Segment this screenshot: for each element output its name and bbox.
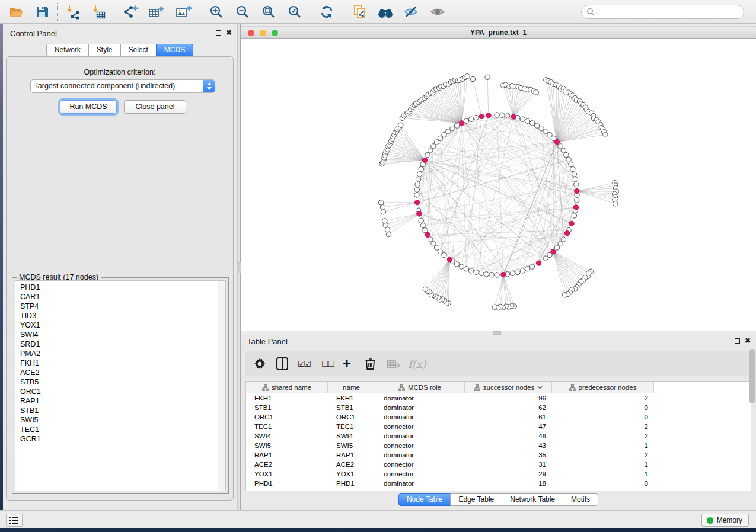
network-node[interactable] xyxy=(495,113,499,117)
mcds-result-item[interactable]: ACE2 xyxy=(15,368,225,377)
column-header-MCDS-role[interactable]: MCDS role xyxy=(375,382,465,393)
network-node[interactable] xyxy=(398,123,403,127)
add-column-icon[interactable]: + xyxy=(343,351,351,376)
table-settings-icon[interactable] xyxy=(254,351,266,376)
network-node[interactable] xyxy=(525,118,529,123)
network-node[interactable] xyxy=(561,237,566,242)
network-node[interactable] xyxy=(454,262,459,267)
network-node[interactable] xyxy=(515,270,520,274)
mcds-result-item[interactable]: STP4 xyxy=(15,302,225,311)
network-node[interactable] xyxy=(454,123,459,128)
network-node[interactable] xyxy=(420,223,425,227)
mcds-result-item[interactable]: SWI4 xyxy=(15,330,225,339)
network-hub-node[interactable] xyxy=(551,249,556,254)
network-node[interactable] xyxy=(520,117,525,121)
network-node[interactable] xyxy=(570,166,575,171)
table-tab-network-table[interactable]: Network Table xyxy=(502,493,563,506)
network-hub-node[interactable] xyxy=(573,205,578,210)
network-graph[interactable] xyxy=(241,39,756,331)
network-hub-node[interactable] xyxy=(501,272,506,277)
network-node[interactable] xyxy=(423,228,428,233)
show-all-icon[interactable] xyxy=(426,2,449,22)
open-icon[interactable] xyxy=(5,2,27,22)
network-node[interactable] xyxy=(474,115,479,120)
table-row[interactable]: FKH1FKH1dominator962 xyxy=(246,393,751,403)
network-node[interactable] xyxy=(534,123,539,128)
column-header-successor-nodes[interactable]: successor nodes xyxy=(465,382,552,393)
mcds-result-item[interactable]: SWI5 xyxy=(15,415,225,425)
network-node[interactable] xyxy=(543,129,548,134)
select-all-rows-icon[interactable]: ☑☑ xyxy=(298,351,310,376)
float-panel-icon[interactable] xyxy=(733,336,741,345)
network-node[interactable] xyxy=(525,267,529,271)
column-header-name[interactable]: name xyxy=(328,382,375,393)
network-node[interactable] xyxy=(468,268,473,273)
tab-network[interactable]: Network xyxy=(46,44,89,56)
table-tab-edge-table[interactable]: Edge Table xyxy=(450,493,502,506)
network-node[interactable] xyxy=(543,256,548,261)
table-row[interactable]: ORC1ORC1dominator610 xyxy=(246,412,751,422)
network-window-titlebar[interactable]: YPA_prune.txt_1 xyxy=(241,26,756,39)
network-node[interactable] xyxy=(603,132,608,137)
table-scrollbar[interactable] xyxy=(749,349,755,403)
export-table-icon[interactable] xyxy=(145,2,168,22)
network-canvas[interactable] xyxy=(241,39,756,331)
table-row[interactable]: ACE2ACE2connector311 xyxy=(246,460,751,469)
network-node[interactable] xyxy=(554,245,559,250)
mcds-result-item[interactable]: ORC1 xyxy=(15,387,225,396)
network-node[interactable] xyxy=(423,287,428,291)
deselect-all-rows-icon[interactable]: ☐☐ xyxy=(321,351,334,376)
mcds-result-item[interactable]: GCR1 xyxy=(15,434,225,444)
table-tab-node-table[interactable]: Node Table xyxy=(398,493,451,506)
save-icon[interactable] xyxy=(31,2,53,22)
mcds-result-item[interactable]: PMA2 xyxy=(15,349,225,358)
network-node[interactable] xyxy=(492,305,497,309)
zoom-selected-icon[interactable] xyxy=(283,2,306,22)
network-node[interactable] xyxy=(575,198,579,203)
hide-selected-icon[interactable] xyxy=(400,2,423,22)
network-node[interactable] xyxy=(485,75,490,79)
network-node[interactable] xyxy=(434,245,439,250)
mcds-result-item[interactable]: CAR1 xyxy=(15,292,225,302)
table-tab-motifs[interactable]: Motifs xyxy=(563,493,598,506)
network-node[interactable] xyxy=(416,177,420,181)
network-node[interactable] xyxy=(573,177,578,181)
network-node[interactable] xyxy=(484,272,489,277)
network-node[interactable] xyxy=(566,157,571,162)
network-hub-node[interactable] xyxy=(536,261,541,265)
close-panel-icon[interactable]: ✖ xyxy=(225,28,233,37)
network-node[interactable] xyxy=(489,273,494,277)
network-node[interactable] xyxy=(459,264,464,269)
mcds-result-item[interactable]: YOX1 xyxy=(15,321,225,330)
close-panel-button[interactable]: Close panel xyxy=(124,100,186,114)
network-hub-node[interactable] xyxy=(425,232,430,237)
network-node[interactable] xyxy=(574,182,579,187)
network-node[interactable] xyxy=(572,172,576,177)
network-hub-node[interactable] xyxy=(511,114,516,119)
network-node[interactable] xyxy=(530,264,535,269)
network-node[interactable] xyxy=(414,193,419,197)
network-node[interactable] xyxy=(465,73,470,78)
network-node[interactable] xyxy=(495,273,499,277)
network-node[interactable] xyxy=(428,237,433,242)
column-header-shared-name[interactable]: shared name xyxy=(246,382,328,393)
mcds-result-item[interactable]: STB1 xyxy=(15,406,225,415)
network-node[interactable] xyxy=(613,201,617,206)
network-hub-node[interactable] xyxy=(460,120,464,125)
import-table-icon[interactable] xyxy=(88,2,110,22)
network-node[interactable] xyxy=(417,172,422,177)
mcds-result-item[interactable]: RAP1 xyxy=(15,396,225,406)
network-hub-node[interactable] xyxy=(575,188,579,193)
network-node[interactable] xyxy=(380,205,385,210)
zoom-out-icon[interactable] xyxy=(231,2,254,22)
network-node[interactable] xyxy=(468,117,473,121)
network-node[interactable] xyxy=(450,126,455,131)
network-node[interactable] xyxy=(446,129,451,134)
mcds-result-item[interactable]: PHD1 xyxy=(15,283,225,292)
network-hub-node[interactable] xyxy=(554,140,559,145)
mcds-result-item[interactable]: STB5 xyxy=(15,377,225,387)
column-header-predecessor-nodes[interactable]: predecessor nodes xyxy=(552,382,654,393)
network-node[interactable] xyxy=(534,90,538,95)
tab-mcds[interactable]: MCDS xyxy=(156,44,193,56)
network-node[interactable] xyxy=(431,241,436,246)
